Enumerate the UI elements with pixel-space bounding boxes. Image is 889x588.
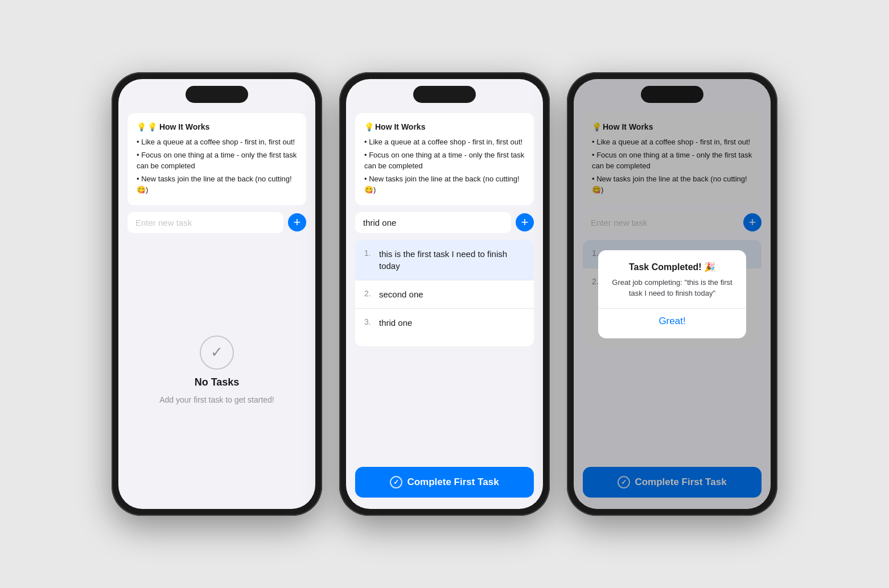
notch-2 [413,86,476,103]
phone-3-wrapper: 💡 How It Works • Like a queue at a coffe… [567,72,777,516]
complete-btn-label-2: Complete First Task [407,477,499,488]
task-num-2-3: 3. [364,317,374,326]
phone-1-wrapper: 💡 💡 How It Works • Like a queue at a cof… [112,72,322,516]
bulb-icon-1: 💡 [137,121,146,133]
phone-3-inner: 💡 How It Works • Like a queue at a coffe… [574,79,771,509]
add-btn-2[interactable]: + [516,213,534,231]
bullet-2-1: • Like a queue at a coffee shop - first … [364,136,525,148]
bullet-1-3: • New tasks join the line at the back (n… [137,173,297,196]
phone-1-inner: 💡 💡 How It Works • Like a queue at a cof… [118,79,315,509]
phone-2-wrapper: 💡 How It Works • Like a queue at a coffe… [339,72,550,516]
phone-2-inner: 💡 How It Works • Like a queue at a coffe… [346,79,543,509]
dialog-title: Task Completed! 🎉 [610,262,735,272]
task-item-2-1: 1. this is the first task I need to fini… [355,240,534,280]
task-item-2-2: 2. second one [355,280,534,309]
bullet-2-2: • Focus on one thing at a time - only th… [364,150,525,172]
input-row-1: + [127,212,306,233]
empty-state-1: ✓ No Tasks Add your first task to get st… [127,240,306,500]
task-list-2: 1. this is the first task I need to fini… [355,240,534,347]
check-circle-2: ✓ [390,476,402,488]
input-row-2: + [355,212,534,233]
empty-icon-1: ✓ [200,336,234,370]
dialog-great-btn[interactable]: Great! [610,309,735,327]
dialog-body: Great job completing: "this is the first… [610,277,735,299]
task-text-2-1: this is the first task I need to finish … [379,248,525,272]
phone-1: 💡 💡 How It Works • Like a queue at a cof… [112,72,322,516]
bulb-icon-2: 💡 [364,121,374,133]
bullet-1-1: • Like a queue at a coffee shop - first … [137,136,297,148]
task-input-2[interactable] [355,212,511,233]
empty-title-1: No Tasks [195,376,240,388]
info-card-2: 💡 How It Works • Like a queue at a coffe… [355,113,534,205]
info-title-1: 💡 💡 How It Works [137,121,297,133]
complete-btn-2[interactable]: ✓ Complete First Task [355,467,534,498]
bullet-2-3: • New tasks join the line at the back (n… [364,173,525,196]
empty-subtitle-1: Add your first task to get started! [159,395,274,404]
task-item-2-3: 3. thrid one [355,309,534,337]
dialog-overlay-3: Task Completed! 🎉 Great job completing: … [574,79,771,509]
notch-1 [186,86,248,103]
info-card-1: 💡 💡 How It Works • Like a queue at a cof… [127,113,306,205]
task-completed-dialog: Task Completed! 🎉 Great job completing: … [598,250,746,338]
info-title-2: 💡 How It Works [364,121,525,133]
task-input-1[interactable] [127,212,283,233]
phone-3: 💡 How It Works • Like a queue at a coffe… [567,72,777,516]
bullet-1-2: • Focus on one thing at a time - only th… [137,150,297,172]
task-text-2-2: second one [379,288,525,300]
task-num-2-1: 1. [364,249,374,258]
phone-2: 💡 How It Works • Like a queue at a coffe… [339,72,550,516]
task-num-2-2: 2. [364,289,374,298]
task-text-2-3: thrid one [379,317,525,329]
add-btn-1[interactable]: + [288,213,306,231]
